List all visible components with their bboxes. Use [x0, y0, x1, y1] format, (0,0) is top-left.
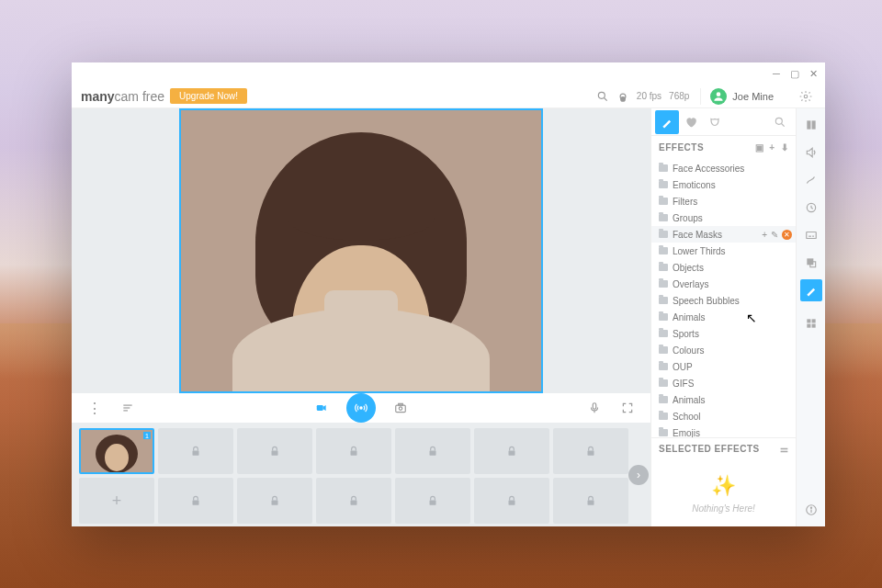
preview-controls: ⋮ — [72, 393, 650, 423]
preset-slot-locked[interactable] — [316, 478, 391, 524]
svg-rect-10 — [396, 405, 406, 413]
effect-label: Groups — [673, 213, 703, 223]
preset-next-button[interactable]: › — [628, 465, 649, 485]
list-icon[interactable] — [116, 396, 140, 420]
preset-slot-1[interactable]: 1 — [79, 428, 154, 474]
search-tab[interactable] — [768, 110, 792, 134]
preset-add-button[interactable]: + — [79, 478, 154, 524]
effect-item-gifs[interactable]: GIFS — [651, 375, 796, 391]
effect-label: Filters — [673, 197, 697, 207]
preset-slot-locked[interactable] — [316, 428, 391, 474]
upgrade-button[interactable]: Upgrade Now! — [170, 88, 247, 104]
effect-item-groups[interactable]: Groups — [651, 209, 796, 226]
svg-rect-25 — [588, 500, 594, 504]
effect-item-emoticons[interactable]: Emoticons — [651, 176, 796, 193]
subtitle-icon[interactable] — [800, 224, 822, 246]
preset-slot-locked[interactable] — [553, 478, 628, 524]
panels-icon[interactable] — [800, 114, 822, 136]
resolution-indicator[interactable]: 768p — [669, 91, 689, 101]
preset-slot-locked[interactable] — [395, 478, 470, 524]
effect-item-filters[interactable]: Filters — [651, 193, 796, 209]
info-icon[interactable] — [800, 499, 822, 521]
svg-rect-19 — [588, 450, 594, 455]
mic-icon[interactable] — [582, 396, 606, 420]
effect-item-overlays[interactable]: Overlays — [651, 276, 796, 292]
svg-rect-31 — [806, 232, 816, 239]
preset-slot-locked[interactable] — [158, 428, 233, 474]
effect-item-animals[interactable]: Animals — [651, 309, 796, 325]
svg-point-42 — [810, 507, 811, 508]
selected-effects-title: SELECTED EFFECTS — [659, 444, 760, 454]
video-preview[interactable] — [179, 108, 543, 393]
close-button[interactable]: ✕ — [805, 66, 821, 81]
folder-icon — [659, 297, 668, 304]
effect-item-face-accessories[interactable]: Face Accessories — [651, 160, 796, 176]
app-window: ─ ▢ ✕ manycam free Upgrade Now! 20 fps 7… — [72, 62, 825, 526]
preset-slot-locked[interactable] — [237, 478, 312, 524]
preset-slot-locked[interactable] — [395, 428, 470, 474]
folder-icon — [659, 181, 668, 188]
overlay-icon[interactable] — [800, 252, 822, 274]
effect-item-emojis[interactable]: Emojis — [651, 424, 796, 437]
effect-item-sports[interactable]: Sports — [651, 325, 796, 342]
masks-tab[interactable] — [703, 110, 727, 134]
effect-item-oup[interactable]: OUP — [651, 358, 796, 375]
broadcast-button[interactable] — [346, 393, 376, 423]
folder-icon — [659, 429, 668, 436]
effect-item-speech-bubbles[interactable]: Speech Bubbles — [651, 292, 796, 309]
preset-grid: 1 + › — [72, 423, 650, 526]
wand-tab[interactable] — [655, 110, 679, 134]
main-area: ⋮ 1 — [72, 108, 650, 526]
preset-slot-locked[interactable] — [158, 478, 233, 524]
preset-slot-locked[interactable] — [553, 428, 628, 474]
effect-item-animals[interactable]: Animals — [651, 391, 796, 408]
effect-label: Animals — [673, 312, 706, 322]
svg-rect-22 — [351, 500, 357, 504]
camera-icon[interactable] — [389, 396, 413, 420]
effect-label: Emoticons — [673, 180, 716, 190]
delete-icon[interactable]: ✕ — [782, 230, 792, 240]
effect-item-school[interactable]: School — [651, 408, 796, 424]
effects-list[interactable]: Face AccessoriesEmoticonsFiltersGroupsFa… — [651, 158, 796, 437]
preset-slot-locked[interactable] — [237, 428, 312, 474]
minimize-button[interactable]: ─ — [768, 66, 785, 81]
wand-icon: ✨ — [659, 474, 788, 498]
preset-slot-locked[interactable] — [474, 428, 549, 474]
effect-item-face-masks[interactable]: Face Masks+✎✕ — [651, 226, 796, 243]
effect-label: Face Accessories — [673, 164, 744, 174]
favorites-tab[interactable] — [679, 110, 703, 134]
user-section[interactable]: Joe Mine — [700, 88, 783, 105]
svg-rect-37 — [811, 319, 815, 322]
svg-rect-16 — [351, 450, 357, 455]
more-icon[interactable]: ⋮ — [83, 396, 107, 420]
fullscreen-icon[interactable] — [616, 396, 639, 420]
maximize-button[interactable]: ▢ — [786, 66, 803, 81]
edit-icon[interactable]: ✎ — [771, 230, 778, 240]
add-folder-icon[interactable]: ▣ — [755, 142, 764, 153]
draw-icon[interactable] — [800, 169, 822, 191]
video-icon[interactable] — [310, 396, 334, 420]
audio-icon[interactable] — [800, 141, 822, 164]
svg-point-9 — [360, 407, 362, 409]
svg-rect-20 — [193, 500, 199, 504]
zoom-icon[interactable] — [593, 86, 613, 107]
effect-label: Lower Thirds — [673, 246, 726, 256]
folder-icon — [659, 164, 668, 172]
preset-slot-locked[interactable] — [474, 478, 549, 524]
add-icon[interactable]: + — [762, 230, 767, 240]
settings-icon[interactable] — [796, 86, 816, 107]
download-icon[interactable]: ⬇ — [781, 142, 789, 153]
effects-sidebar: EFFECTS ▣ + ⬇ Face AccessoriesEmoticonsF… — [650, 108, 796, 526]
apps-icon[interactable] — [800, 312, 822, 334]
folder-icon — [659, 413, 668, 420]
effect-item-lower-thirds[interactable]: Lower Thirds — [651, 243, 796, 259]
selected-settings-icon[interactable]: ⚌ — [780, 444, 789, 454]
preset-badge: 1 — [143, 432, 151, 439]
effect-label: Colours — [673, 345, 704, 356]
add-effect-icon[interactable]: + — [769, 142, 775, 153]
time-icon[interactable] — [800, 197, 822, 219]
brightness-icon[interactable] — [613, 86, 633, 107]
effects-icon[interactable] — [800, 279, 822, 301]
effect-item-objects[interactable]: Objects — [651, 259, 796, 276]
effect-item-colours[interactable]: Colours — [651, 342, 796, 358]
